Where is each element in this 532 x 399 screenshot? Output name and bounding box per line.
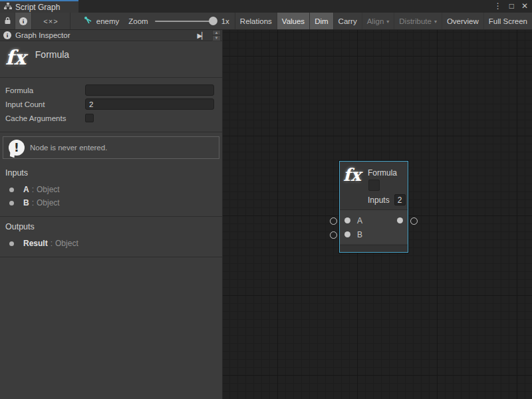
outer-input-port-a-icon[interactable] bbox=[330, 217, 337, 225]
port-dot-icon bbox=[9, 241, 14, 246]
zoom-slider[interactable] bbox=[155, 21, 216, 22]
formula-node-checkbox[interactable] bbox=[368, 180, 380, 191]
port-dot-icon bbox=[9, 201, 14, 205]
values-button[interactable]: Values bbox=[277, 13, 310, 29]
fullscreen-button[interactable]: Full Screen bbox=[484, 13, 532, 29]
dock-panel-icon[interactable]: ▶▏ bbox=[196, 32, 208, 39]
warning-icon: ! bbox=[9, 140, 25, 156]
align-button[interactable]: Align ▾ bbox=[362, 13, 395, 29]
graph-canvas[interactable]: fx Formula Inputs 2 A B bbox=[223, 30, 532, 399]
scroll-down-icon[interactable]: ▼ bbox=[212, 35, 221, 41]
cache-arguments-field-label: Cache Arguments bbox=[5, 114, 85, 122]
formula-node-footer bbox=[340, 245, 408, 252]
toolbar-mode-buttons: Relations Values Dim Carry Align ▾ Distr… bbox=[235, 13, 532, 29]
node-inputs-count-field[interactable]: 2 bbox=[394, 194, 406, 205]
warning-box: ! Node is never entered. bbox=[3, 136, 219, 159]
window-tab-bar: Script Graph ⋮ □ ✕ bbox=[0, 0, 532, 13]
script-graph-icon bbox=[4, 3, 12, 12]
graph-name: enemy bbox=[96, 17, 120, 25]
formula-node[interactable]: fx Formula Inputs 2 A B bbox=[339, 161, 408, 253]
inspector-scrollbar[interactable]: ▲ ▼ bbox=[212, 30, 221, 41]
info-icon: i bbox=[3, 31, 11, 39]
formula-field-row: Formula bbox=[5, 83, 214, 97]
distribute-button[interactable]: Distribute ▾ bbox=[394, 13, 442, 29]
inputs-section-title: Inputs bbox=[5, 168, 217, 178]
inspector-toggle-button[interactable]: i bbox=[15, 13, 32, 29]
formula-node-ports: A B bbox=[340, 209, 408, 244]
input-count-input[interactable] bbox=[85, 98, 214, 110]
window-close-icon[interactable]: ✕ bbox=[521, 0, 528, 13]
formula-fx-icon: fx bbox=[5, 47, 26, 69]
inspector-header-title: Graph Inspector bbox=[15, 31, 70, 39]
cache-arguments-field-row: Cache Arguments bbox=[5, 111, 214, 125]
inspector-node-title: Formula bbox=[35, 47, 69, 60]
zoom-control: Zoom 1x bbox=[128, 13, 235, 29]
port-row-a: A bbox=[340, 213, 408, 227]
info-icon: i bbox=[19, 17, 27, 25]
inputs-section: Inputs A : Object B : Object bbox=[0, 163, 222, 217]
relations-button[interactable]: Relations bbox=[235, 13, 277, 29]
outputs-section-title: Outputs bbox=[5, 222, 217, 231]
input-count-field-label: Input Count bbox=[5, 100, 85, 108]
dim-button[interactable]: Dim bbox=[310, 13, 333, 29]
carry-button[interactable]: Carry bbox=[334, 13, 362, 29]
tab-label: Script Graph bbox=[15, 3, 60, 12]
formula-fx-icon: fx bbox=[343, 165, 361, 185]
port-dot-icon bbox=[9, 188, 14, 192]
input-count-field-row: Input Count bbox=[5, 97, 214, 111]
tab-script-graph[interactable]: Script Graph bbox=[0, 0, 78, 13]
graph-asset-icon bbox=[84, 16, 92, 26]
graph-reference[interactable]: enemy bbox=[70, 13, 129, 29]
output-port-result-icon[interactable] bbox=[397, 217, 403, 223]
input-port-b-icon[interactable] bbox=[344, 231, 350, 237]
zoom-slider-handle[interactable] bbox=[209, 17, 217, 25]
window-maximize-icon[interactable]: □ bbox=[509, 0, 514, 13]
formula-node-title: Formula bbox=[368, 168, 397, 178]
formula-input[interactable] bbox=[85, 84, 214, 96]
graph-inspector-panel: i Graph Inspector ▶▏ ▲ ▼ fx Formula Form… bbox=[0, 30, 223, 399]
node-inputs-label: Inputs bbox=[368, 196, 390, 205]
outer-output-port-icon[interactable] bbox=[410, 217, 418, 225]
outputs-section: Outputs Result : Object bbox=[0, 217, 222, 257]
formula-node-header[interactable]: fx Formula Inputs 2 bbox=[340, 162, 408, 209]
output-pin-row-result: Result : Object bbox=[5, 237, 217, 250]
warning-text: Node is never entered. bbox=[30, 144, 107, 152]
formula-node-inputs-row: Inputs 2 bbox=[368, 194, 406, 205]
outer-input-port-b-icon[interactable] bbox=[330, 231, 337, 239]
port-row-b: B bbox=[340, 227, 408, 241]
chevron-down-icon: ▾ bbox=[434, 18, 437, 25]
chevron-down-icon: ▾ bbox=[386, 18, 389, 25]
input-pin-row-a: A : Object bbox=[5, 183, 217, 196]
input-port-a-icon[interactable] bbox=[344, 217, 350, 223]
node-title-block: fx Formula bbox=[0, 41, 222, 78]
code-view-button[interactable]: <×> bbox=[32, 13, 70, 29]
graph-toolbar: i <×> enemy Zoom 1x Relations Values Dim… bbox=[0, 13, 532, 30]
inspector-empty-area bbox=[0, 257, 222, 399]
zoom-value: 1x bbox=[221, 17, 229, 25]
formula-field-label: Formula bbox=[5, 86, 85, 94]
zoom-label: Zoom bbox=[128, 17, 148, 25]
overview-button[interactable]: Overview bbox=[442, 13, 484, 29]
input-pin-row-b: B : Object bbox=[5, 196, 217, 209]
window-menu-icon[interactable]: ⋮ bbox=[494, 0, 502, 13]
lock-icon bbox=[4, 17, 11, 26]
inspector-fields: Formula Input Count Cache Arguments bbox=[0, 78, 222, 132]
inspector-header: i Graph Inspector ▶▏ ▲ ▼ bbox=[0, 30, 222, 41]
lock-button[interactable] bbox=[0, 13, 15, 29]
scroll-up-icon[interactable]: ▲ bbox=[212, 30, 221, 36]
cache-arguments-checkbox[interactable] bbox=[85, 114, 94, 122]
